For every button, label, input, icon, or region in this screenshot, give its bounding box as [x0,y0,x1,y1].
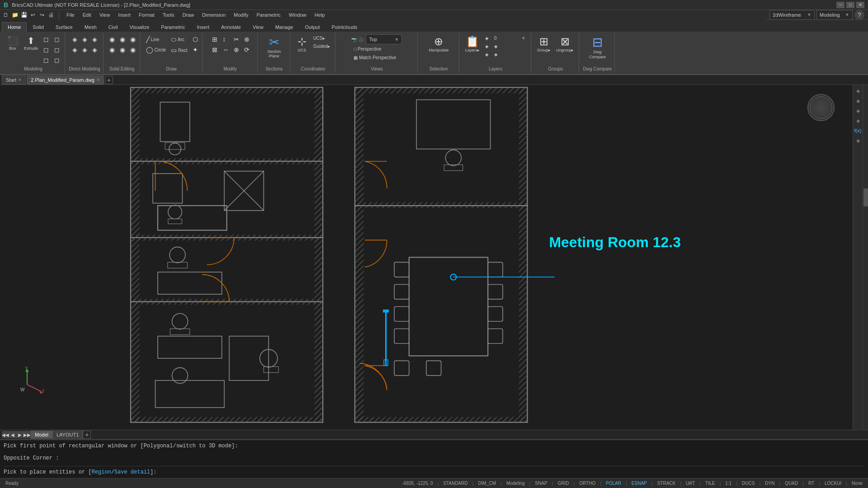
manipulate-button[interactable]: ⊕ Manipulate [426,34,451,55]
menu-draw[interactable]: Draw [179,10,198,20]
status-ortho[interactable]: ORTHO [577,481,597,486]
undo-button[interactable]: ↩ [29,11,37,19]
section-plane-button[interactable]: ✂ Section Plane [263,34,285,61]
menu-edit[interactable]: Edit [79,10,95,20]
tab-surface[interactable]: Surface [50,22,79,32]
menu-file[interactable]: File [63,10,78,20]
tab-output[interactable]: Output [299,22,326,32]
ucs-button[interactable]: ⊹ UCS [294,34,310,55]
nav-prev[interactable]: ◀ [9,431,16,438]
layer-btn-2[interactable]: ◈ [483,42,491,50]
vertical-scrollbar[interactable] [863,85,868,430]
doc-tab-plan[interactable]: 2.Plan_Modified_Param.dwg ✕ [27,75,104,84]
modeling-dropdown[interactable]: Modeling ▼ [816,10,853,20]
ungroup-button[interactable]: ⊠ Ungroup▸ [554,34,576,55]
close-plan-tab[interactable]: ✕ [96,77,100,82]
draw-btn-4[interactable]: ▭Rect [169,45,190,55]
tab-annotate[interactable]: Annotate [215,22,247,32]
se-btn-5[interactable]: ◉ [128,34,138,44]
menu-parametric[interactable]: Parametric [253,10,284,20]
coord-btn-1[interactable]: UCS▸ [311,34,332,42]
layer-btn-5[interactable]: ◈ [492,42,528,50]
menu-format[interactable]: Format [135,10,158,20]
command-input-field[interactable] [156,469,864,475]
perspective-button[interactable]: □ Perspective [351,45,383,53]
tab-solid[interactable]: Solid [27,22,49,32]
nav-next[interactable]: ▶ [16,431,24,438]
new-tab-button[interactable]: + [105,76,113,84]
extrude-button[interactable]: ⬆ Extrude [22,34,40,53]
tab-mesh[interactable]: Mesh [79,22,103,32]
rs-btn-1[interactable]: ◈ [854,87,862,95]
dm-btn-1[interactable]: ◈ [70,34,80,44]
tab-manage[interactable]: Manage [269,22,299,32]
small-btn-4[interactable]: ◻ [52,34,62,44]
layout-tab-layout1[interactable]: LAYOUT1 [52,431,83,439]
small-btn-2[interactable]: ◻ [41,45,51,55]
dm-btn-2[interactable]: ◈ [70,45,80,55]
redo-button[interactable]: ↪ [38,11,46,19]
wireframe-dropdown[interactable]: 2dWireframe ▼ [769,10,815,20]
status-dyn[interactable]: DYN [763,481,776,486]
dwg-compare-button[interactable]: ⊟ DwgCompare [587,34,608,61]
status-modeling[interactable]: Modeling [505,481,527,486]
status-snap[interactable]: SNAP [533,481,549,486]
dm-btn-6[interactable]: ◈ [90,45,99,55]
tab-view[interactable]: View [247,22,269,32]
match-perspective-button[interactable]: ▦ Match Perspective [351,54,398,61]
close-button[interactable]: ✕ [856,2,864,8]
mod-btn-5[interactable]: ✂ [231,34,241,44]
draw-btn-6[interactable]: ✦ [190,45,200,55]
small-btn-3[interactable]: ◻ [41,55,51,65]
rs-btn-5[interactable]: f(x) [854,127,862,135]
draw-btn-1[interactable]: ╱Line [144,34,169,44]
mod-btn-4[interactable]: ↔ [220,45,231,55]
group-button[interactable]: ⊞ Group▸ [535,34,553,55]
status-rt[interactable]: RT [807,481,816,486]
status-grid[interactable]: GRID [556,481,571,486]
rs-btn-3[interactable]: ◈ [854,107,862,115]
dm-btn-5[interactable]: ◈ [90,34,99,44]
mod-btn-7[interactable]: ⊗ [242,34,252,44]
mod-btn-3[interactable]: ↕ [220,34,231,44]
small-btn-1[interactable]: ◻ [41,34,51,44]
add-layout-button[interactable]: + [83,431,91,439]
draw-btn-2[interactable]: ◯Circle [144,45,169,55]
tab-civil[interactable]: Civil [103,22,124,32]
se-btn-1[interactable]: ◉ [107,34,117,44]
save-button[interactable]: 💾 [20,11,28,19]
small-btn-6[interactable]: ◻ [52,55,62,65]
rs-btn-4[interactable]: ◈ [854,117,862,125]
maximize-button[interactable]: □ [846,2,854,8]
status-quad[interactable]: QUAD [783,481,800,486]
box-button[interactable]: ⬛ Box [5,34,21,53]
status-lwt[interactable]: LWT [684,481,697,486]
tab-parametric[interactable]: Parametric [155,22,191,32]
small-btn-5[interactable]: ◻ [52,45,62,55]
menu-help[interactable]: Help [311,10,329,20]
status-ratio[interactable]: 1:1 [723,481,733,486]
draw-btn-3[interactable]: ⬭Arc [169,34,190,45]
tab-home[interactable]: Home [2,22,27,32]
status-standard[interactable]: STANDARD [441,481,469,486]
se-btn-4[interactable]: ◉ [118,45,127,55]
print-button[interactable]: 🖨 [47,11,55,19]
nav-first[interactable]: ◀◀ [2,431,9,438]
mod-btn-8[interactable]: ⟳ [242,45,252,55]
help-search-button[interactable]: ? [854,10,864,20]
mod-btn-2[interactable]: ⊠ [210,45,220,55]
layout-tab-model[interactable]: Model [31,431,52,439]
layer-btn-3[interactable]: ◈ [483,51,491,58]
menu-insert[interactable]: Insert [114,10,134,20]
mod-btn-6[interactable]: ⊕ [231,45,241,55]
draw-btn-5[interactable]: ⬡ [190,34,200,44]
menu-dimension[interactable]: Dimension [198,10,229,20]
rs-btn-2[interactable]: ◈ [854,97,862,105]
nav-last[interactable]: ▶▶ [24,431,31,438]
tab-visualize[interactable]: Visualize [123,22,155,32]
dm-btn-3[interactable]: ◈ [80,34,90,44]
status-ducs[interactable]: DUCS [740,481,756,486]
layers-button[interactable]: 📋 Layers▸ [463,34,482,55]
tab-pointclouds[interactable]: Pointclouds [326,22,363,32]
layer-dropdown[interactable]: 0 ▼ [492,34,528,42]
